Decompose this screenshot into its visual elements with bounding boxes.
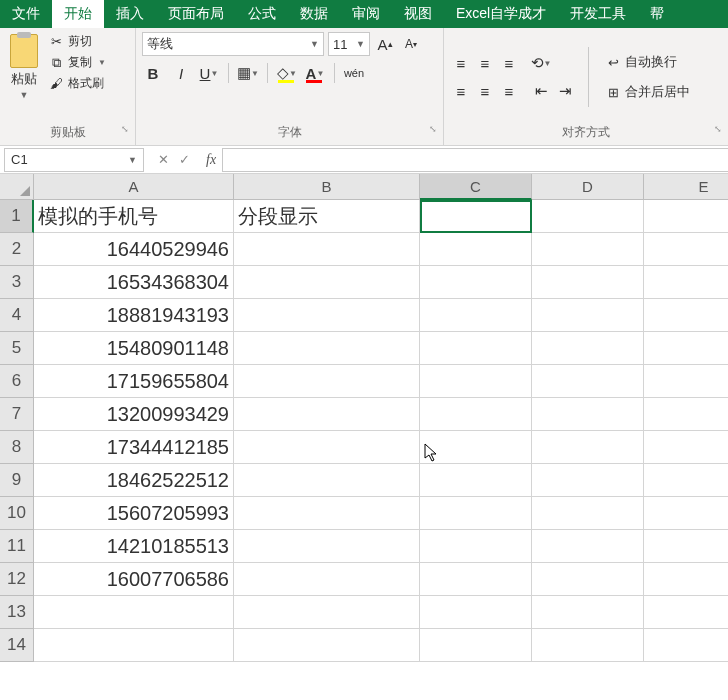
tab-file[interactable]: 文件 (0, 0, 52, 28)
underline-button[interactable]: U▼ (198, 62, 220, 84)
tab-9[interactable]: 开发工具 (558, 0, 638, 28)
row-header-9[interactable]: 9 (0, 464, 34, 497)
cell-A9[interactable]: 18462522512 (34, 464, 234, 497)
cell-E13[interactable] (644, 596, 728, 629)
cell-C4[interactable] (420, 299, 532, 332)
cancel-formula-button[interactable]: ✕ (158, 152, 169, 167)
cell-A8[interactable]: 17344412185 (34, 431, 234, 464)
cell-D9[interactable] (532, 464, 644, 497)
cell-D4[interactable] (532, 299, 644, 332)
col-header-A[interactable]: A (34, 174, 234, 200)
copy-button[interactable]: ⧉复制▼ (46, 53, 108, 72)
align-right-button[interactable]: ≡ (498, 80, 520, 102)
cell-E1[interactable] (644, 200, 728, 233)
cells-area[interactable]: 模拟的手机号分段显示164405299461653436830418881943… (34, 200, 728, 662)
cell-E10[interactable] (644, 497, 728, 530)
paste-button[interactable]: 粘贴 ▼ (6, 32, 42, 122)
cell-A11[interactable]: 14210185513 (34, 530, 234, 563)
decrease-indent-button[interactable]: ⇤ (530, 80, 552, 102)
increase-font-button[interactable]: A▴ (374, 33, 396, 55)
cell-C8[interactable] (420, 431, 532, 464)
cell-E2[interactable] (644, 233, 728, 266)
cell-C13[interactable] (420, 596, 532, 629)
cell-E7[interactable] (644, 398, 728, 431)
row-header-11[interactable]: 11 (0, 530, 34, 563)
accept-formula-button[interactable]: ✓ (179, 152, 190, 167)
merge-center-button[interactable]: ⊞合并后居中 (601, 81, 694, 103)
col-header-B[interactable]: B (234, 174, 420, 200)
cell-D3[interactable] (532, 266, 644, 299)
cell-D1[interactable] (532, 200, 644, 233)
cell-D5[interactable] (532, 332, 644, 365)
cell-B3[interactable] (234, 266, 420, 299)
cell-C9[interactable] (420, 464, 532, 497)
cell-D7[interactable] (532, 398, 644, 431)
decrease-font-button[interactable]: A▾ (400, 33, 422, 55)
cell-B10[interactable] (234, 497, 420, 530)
cell-A3[interactable]: 16534368304 (34, 266, 234, 299)
tab-6[interactable]: 审阅 (340, 0, 392, 28)
cell-C12[interactable] (420, 563, 532, 596)
row-header-7[interactable]: 7 (0, 398, 34, 431)
formula-input[interactable] (222, 148, 728, 172)
cell-E6[interactable] (644, 365, 728, 398)
cell-C6[interactable] (420, 365, 532, 398)
cell-C3[interactable] (420, 266, 532, 299)
cell-B11[interactable] (234, 530, 420, 563)
cell-D6[interactable] (532, 365, 644, 398)
cell-C10[interactable] (420, 497, 532, 530)
cell-D12[interactable] (532, 563, 644, 596)
cell-C1[interactable] (420, 200, 532, 233)
cell-A6[interactable]: 17159655804 (34, 365, 234, 398)
cell-E11[interactable] (644, 530, 728, 563)
row-header-5[interactable]: 5 (0, 332, 34, 365)
cell-A10[interactable]: 15607205993 (34, 497, 234, 530)
cell-A14[interactable] (34, 629, 234, 662)
dialog-launcher-icon[interactable]: ⤡ (714, 124, 722, 134)
cell-A12[interactable]: 16007706586 (34, 563, 234, 596)
cell-D11[interactable] (532, 530, 644, 563)
row-header-10[interactable]: 10 (0, 497, 34, 530)
select-all-corner[interactable] (0, 174, 34, 200)
col-header-C[interactable]: C (420, 174, 532, 200)
cell-A7[interactable]: 13200993429 (34, 398, 234, 431)
cell-C14[interactable] (420, 629, 532, 662)
cell-B7[interactable] (234, 398, 420, 431)
col-header-D[interactable]: D (532, 174, 644, 200)
row-header-6[interactable]: 6 (0, 365, 34, 398)
font-name-combo[interactable]: 等线▼ (142, 32, 324, 56)
tab-5[interactable]: 数据 (288, 0, 340, 28)
cell-A2[interactable]: 16440529946 (34, 233, 234, 266)
tab-8[interactable]: Excel自学成才 (444, 0, 558, 28)
cell-B6[interactable] (234, 365, 420, 398)
tab-home[interactable]: 开始 (52, 0, 104, 28)
format-painter-button[interactable]: 🖌格式刷 (46, 74, 108, 93)
font-size-combo[interactable]: 11▼ (328, 32, 370, 56)
dialog-launcher-icon[interactable]: ⤡ (121, 124, 129, 134)
cell-B8[interactable] (234, 431, 420, 464)
cell-B9[interactable] (234, 464, 420, 497)
tab-4[interactable]: 公式 (236, 0, 288, 28)
cell-B2[interactable] (234, 233, 420, 266)
tab-3[interactable]: 页面布局 (156, 0, 236, 28)
fill-color-button[interactable]: ◇▼ (276, 62, 298, 84)
align-top-button[interactable]: ≡ (450, 52, 472, 74)
fx-icon[interactable]: fx (200, 152, 222, 168)
cell-A5[interactable]: 15480901148 (34, 332, 234, 365)
cell-D13[interactable] (532, 596, 644, 629)
cell-D2[interactable] (532, 233, 644, 266)
name-box[interactable]: C1▼ (4, 148, 144, 172)
cell-E12[interactable] (644, 563, 728, 596)
font-color-button[interactable]: A▼ (304, 62, 326, 84)
cell-B13[interactable] (234, 596, 420, 629)
row-header-1[interactable]: 1 (0, 200, 34, 233)
cell-C5[interactable] (420, 332, 532, 365)
cell-C11[interactable] (420, 530, 532, 563)
row-header-3[interactable]: 3 (0, 266, 34, 299)
align-bottom-button[interactable]: ≡ (498, 52, 520, 74)
row-header-14[interactable]: 14 (0, 629, 34, 662)
cell-E5[interactable] (644, 332, 728, 365)
row-header-8[interactable]: 8 (0, 431, 34, 464)
cell-E8[interactable] (644, 431, 728, 464)
cell-E3[interactable] (644, 266, 728, 299)
